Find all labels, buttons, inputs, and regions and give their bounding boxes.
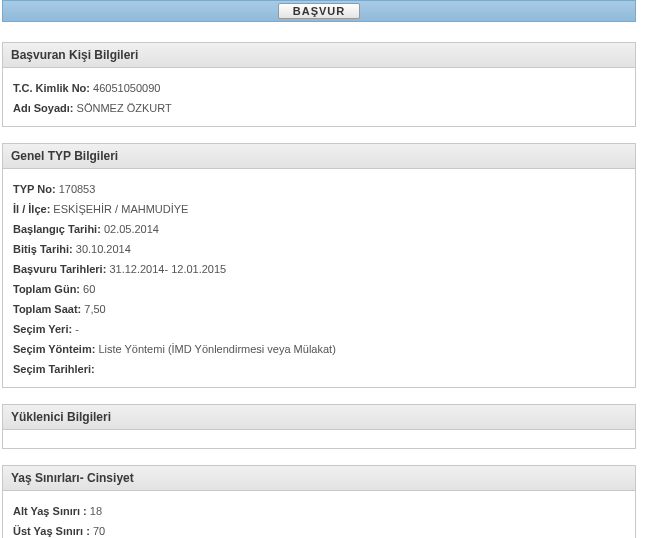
row-end: Bitiş Tarihi: 30.10.2014 — [13, 239, 625, 259]
row-start: Başlangıç Tarihi: 02.05.2014 — [13, 219, 625, 239]
value-secim-yeri: - — [75, 323, 79, 335]
value-total-days: 60 — [83, 283, 95, 295]
label-name: Adı Soyadı: — [13, 102, 74, 114]
viewport: BAŞVUR Başvuran Kişi Bilgileri T.C. Kiml… — [0, 0, 650, 538]
section-typ-body: TYP No: 170853 İl / İlçe: ESKİŞEHİR / MA… — [3, 169, 635, 387]
row-secim-tarihleri: Seçim Tarihleri: — [13, 359, 625, 379]
label-end: Bitiş Tarihi: — [13, 243, 73, 255]
label-secim-yeri: Seçim Yeri: — [13, 323, 72, 335]
section-typ-header: Genel TYP Bilgileri — [3, 144, 635, 169]
section-applicant: Başvuran Kişi Bilgileri T.C. Kimlik No: … — [2, 42, 636, 127]
label-tc: T.C. Kimlik No: — [13, 82, 90, 94]
row-lower-age: Alt Yaş Sınırı : 18 — [13, 501, 625, 521]
section-age-body: Alt Yaş Sınırı : 18 Üst Yaş Sınırı : 70 … — [3, 491, 635, 538]
label-start: Başlangıç Tarihi: — [13, 223, 101, 235]
label-typ-no: TYP No: — [13, 183, 56, 195]
row-name: Adı Soyadı: SÖNMEZ ÖZKURT — [13, 98, 625, 118]
scroll-pane[interactable]: BAŞVUR Başvuran Kişi Bilgileri T.C. Kiml… — [0, 0, 640, 538]
value-start: 02.05.2014 — [104, 223, 159, 235]
value-apply-dates: 31.12.2014- 12.01.2015 — [109, 263, 226, 275]
content-inner: BAŞVUR Başvuran Kişi Bilgileri T.C. Kiml… — [0, 0, 640, 538]
value-upper-age: 70 — [93, 525, 105, 537]
value-lower-age: 18 — [90, 505, 102, 517]
label-upper-age: Üst Yaş Sınırı : — [13, 525, 90, 537]
row-secim-yontem: Seçim Yönteim: Liste Yöntemi (İMD Yönlen… — [13, 339, 625, 359]
label-total-hours: Toplam Saat: — [13, 303, 81, 315]
value-tc: 46051050090 — [93, 82, 160, 94]
value-end: 30.10.2014 — [76, 243, 131, 255]
label-secim-yontem: Seçim Yönteim: — [13, 343, 95, 355]
row-total-days: Toplam Gün: 60 — [13, 279, 625, 299]
label-ililce: İl / İlçe: — [13, 203, 50, 215]
section-typ: Genel TYP Bilgileri TYP No: 170853 İl / … — [2, 143, 636, 388]
label-apply-dates: Başvuru Tarihleri: — [13, 263, 106, 275]
row-apply-dates: Başvuru Tarihleri: 31.12.2014- 12.01.201… — [13, 259, 625, 279]
section-contractor: Yüklenici Bilgileri — [2, 404, 636, 449]
value-total-hours: 7,50 — [84, 303, 105, 315]
value-name: SÖNMEZ ÖZKURT — [77, 102, 172, 114]
apply-button[interactable]: BAŞVUR — [278, 3, 360, 19]
row-tc: T.C. Kimlik No: 46051050090 — [13, 78, 625, 98]
label-lower-age: Alt Yaş Sınırı : — [13, 505, 87, 517]
button-bar: BAŞVUR — [2, 0, 636, 22]
row-ililce: İl / İlçe: ESKİŞEHİR / MAHMUDİYE — [13, 199, 625, 219]
label-secim-tarihleri: Seçim Tarihleri: — [13, 363, 95, 375]
value-ililce: ESKİŞEHİR / MAHMUDİYE — [53, 203, 188, 215]
value-secim-yontem: Liste Yöntemi (İMD Yönlendirmesi veya Mü… — [98, 343, 335, 355]
row-secim-yeri: Seçim Yeri: - — [13, 319, 625, 339]
section-age: Yaş Sınırları- Cinsiyet Alt Yaş Sınırı :… — [2, 465, 636, 538]
value-typ-no: 170853 — [59, 183, 96, 195]
section-contractor-header: Yüklenici Bilgileri — [3, 405, 635, 430]
section-contractor-body — [3, 430, 635, 448]
label-total-days: Toplam Gün: — [13, 283, 80, 295]
row-total-hours: Toplam Saat: 7,50 — [13, 299, 625, 319]
section-age-header: Yaş Sınırları- Cinsiyet — [3, 466, 635, 491]
section-applicant-header: Başvuran Kişi Bilgileri — [3, 43, 635, 68]
row-upper-age: Üst Yaş Sınırı : 70 — [13, 521, 625, 538]
section-applicant-body: T.C. Kimlik No: 46051050090 Adı Soyadı: … — [3, 68, 635, 126]
row-typ-no: TYP No: 170853 — [13, 179, 625, 199]
